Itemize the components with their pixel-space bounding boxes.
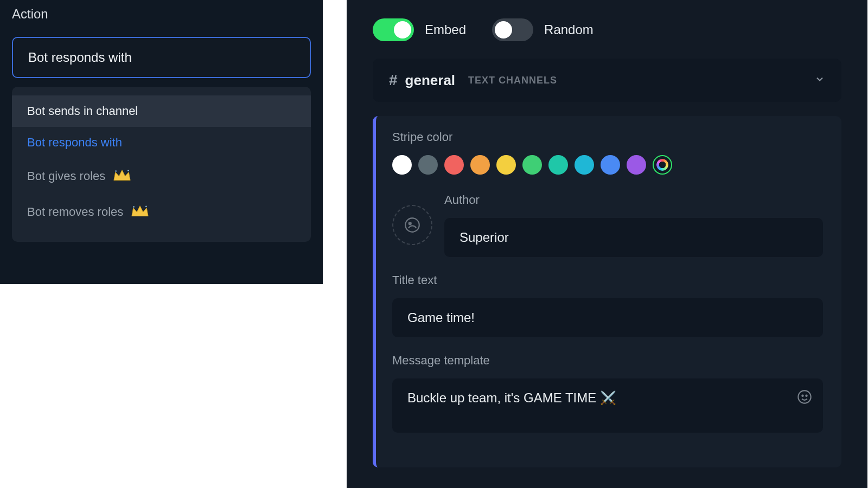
color-swatch[interactable] [496, 155, 516, 175]
svg-point-0 [116, 170, 117, 171]
action-option[interactable]: Bot removes roles [12, 194, 311, 230]
color-swatch[interactable] [627, 155, 646, 175]
random-toggle[interactable] [492, 18, 533, 41]
svg-point-4 [405, 218, 419, 232]
action-option[interactable]: Bot responds with [12, 127, 311, 158]
action-option-label: Bot gives roles [27, 169, 105, 183]
action-panel: Action Bot responds with Bot sends in ch… [0, 0, 323, 284]
action-option[interactable]: Bot sends in channel [12, 95, 311, 127]
action-option-label: Bot removes roles [27, 205, 123, 219]
author-avatar-upload[interactable] [392, 205, 432, 245]
chevron-down-icon [814, 74, 825, 87]
action-option-label: Bot responds with [27, 136, 122, 150]
stripe-color-swatches [392, 155, 823, 175]
channel-name: general [405, 72, 456, 89]
action-option-label: Bot sends in channel [27, 104, 138, 118]
crown-icon [131, 203, 149, 221]
svg-point-6 [798, 390, 810, 403]
color-swatch[interactable] [522, 155, 542, 175]
svg-point-3 [145, 206, 146, 207]
channel-hint: TEXT CHANNELS [468, 75, 557, 86]
hash-icon: # [389, 72, 398, 89]
color-swatch[interactable] [548, 155, 568, 175]
action-section-label: Action [12, 7, 311, 22]
title-text-input[interactable] [392, 298, 823, 337]
emoji-picker-icon[interactable] [797, 389, 812, 407]
color-swatch[interactable] [470, 155, 490, 175]
svg-point-1 [127, 170, 129, 171]
color-swatch[interactable] [601, 155, 620, 175]
svg-point-8 [806, 395, 807, 396]
title-text-label: Title text [392, 273, 823, 287]
color-swatch[interactable] [392, 155, 412, 175]
svg-point-2 [133, 206, 135, 207]
embed-toggle-label: Embed [425, 22, 466, 37]
author-input[interactable] [444, 218, 823, 257]
action-dropdown: Bot sends in channelBot responds withBot… [12, 87, 311, 242]
channel-select[interactable]: # general TEXT CHANNELS [373, 59, 841, 102]
toggle-row: Embed Random [373, 18, 841, 41]
message-template-input[interactable] [392, 378, 823, 433]
author-label: Author [444, 193, 823, 207]
color-swatch[interactable] [444, 155, 464, 175]
stripe-color-label: Stripe color [392, 130, 823, 144]
color-swatch[interactable] [575, 155, 594, 175]
embed-config-panel: Embed Random # general TEXT CHANNELS [347, 0, 867, 488]
message-template-label: Message template [392, 354, 823, 368]
embed-toggle[interactable] [373, 18, 414, 41]
crown-icon [113, 167, 131, 185]
action-option[interactable]: Bot gives roles [12, 158, 311, 194]
action-select-value: Bot responds with [28, 50, 132, 65]
svg-point-7 [802, 395, 803, 396]
embed-block: Stripe color Author Title text [373, 116, 841, 467]
action-select[interactable]: Bot responds with [12, 37, 311, 78]
color-swatch[interactable] [418, 155, 438, 175]
custom-color-swatch[interactable] [653, 155, 672, 175]
svg-point-5 [409, 222, 411, 224]
random-toggle-label: Random [544, 22, 593, 37]
